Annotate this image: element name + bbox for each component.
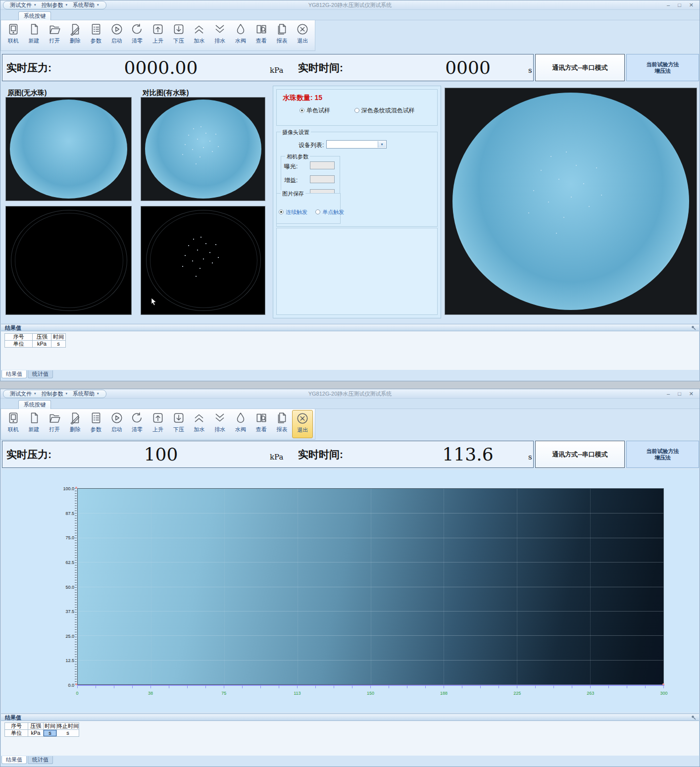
menu-控制参数[interactable]: 控制参数 [39,390,66,398]
droplet-dot [209,252,210,253]
close-icon[interactable]: ✕ [689,1,694,9]
mouse-cursor-icon [151,298,157,306]
toolbar-button-新建[interactable]: 新建 [24,21,45,50]
menu-系统帮助[interactable]: 系统帮助 [70,390,97,398]
toolbar-button-上升[interactable]: 上升 [148,21,168,50]
droplet-dot [203,147,204,148]
toolbar-button-报表[interactable]: 报表 [272,410,293,438]
comm-mode-button[interactable]: 通讯方式--串口模式 [535,441,625,468]
unit-cell-kPa[interactable]: kPa [33,341,51,348]
unit-cell-kPa[interactable]: kPa [28,730,44,737]
x-tick-label: 113 [294,691,300,696]
radio-continuous-trigger[interactable] [279,209,284,214]
chevron-down-icon[interactable]: ▾ [378,141,386,148]
toolbar-button-下压[interactable]: 下压 [168,21,189,50]
toolbar-button-查看[interactable]: 查看 [251,21,272,50]
toolbar-button-水阀[interactable]: 水阀 [230,410,251,438]
method-line1: 当前试验方法 [647,448,679,455]
x-tick-label: 75 [221,691,226,696]
unit-cell-s[interactable]: s [57,730,79,737]
toolbar-button-联机[interactable]: 联机 [3,21,24,50]
toolbar-button-打开[interactable]: 打开 [44,410,65,438]
menu-控制参数[interactable]: 控制参数 [39,1,66,9]
toolbar-button-label: 报表 [276,37,287,45]
maximize-icon[interactable]: □ [678,1,681,9]
toolbar-button-联机[interactable]: 联机 [3,410,24,438]
tab-统计值[interactable]: 统计值 [28,756,53,764]
tab-结果值[interactable]: 结果值 [1,370,27,378]
tab-system-keys[interactable]: 系统按键 [18,11,51,20]
toolbar-button-查看[interactable]: 查看 [251,410,272,438]
save-trigger-radios: 连续触发 单点触发 [279,208,344,216]
main-window-top: 测试文件▾控制参数▾系统帮助▾ YG812G-20静水压测试仪测试系统 – □ … [0,0,700,381]
toolbar-button-新建[interactable]: 新建 [24,410,45,438]
radio-single-trigger[interactable] [315,209,320,214]
device-list-dropdown[interactable]: ▾ [326,140,387,149]
menu-测试文件[interactable]: 测试文件 [7,390,34,398]
toolbar-button-打开[interactable]: 打开 [44,21,65,50]
toolbar-button-报表[interactable]: 报表 [272,21,293,50]
exposure-field[interactable] [310,161,335,169]
table-header-row: 序号压强时间终止时间 [4,722,79,730]
detected-rim-outline-inner [15,213,124,308]
maximize-icon[interactable]: □ [678,390,681,398]
toolbar-button-退出[interactable]: 退出 [292,410,313,438]
radio-dark-stripe[interactable] [354,108,359,113]
menubar: 测试文件▾控制参数▾系统帮助▾ [3,390,106,398]
toolbar-button-加水[interactable]: 加水 [189,21,210,50]
params-icon [90,23,102,36]
tab-统计值[interactable]: 统计值 [28,370,53,378]
toolbar-button-启动[interactable]: 启动 [106,21,127,50]
unit-cell-单位[interactable]: 单位 [4,341,33,348]
toolbar-button-排水[interactable]: 排水 [209,21,230,50]
pin-icon[interactable] [691,325,696,330]
image-save-legend: 图片保存 [281,190,305,198]
test-method-box[interactable]: 当前试验方法 增压法 [626,54,699,81]
toolbar-button-上升[interactable]: 上升 [148,410,168,438]
close-icon[interactable]: ✕ [689,390,694,398]
drain-icon [213,23,226,36]
toolbar-button-label: 打开 [49,426,60,433]
toolbar-button-水阀[interactable]: 水阀 [230,21,251,50]
toolbar-button-加水[interactable]: 加水 [189,410,210,438]
y-tick-label: 75.0 [51,535,74,540]
unit-cell-s[interactable]: s [51,341,66,348]
toolbar-button-下压[interactable]: 下压 [168,410,189,438]
toolbar-button-退出[interactable]: 退出 [292,21,313,50]
test-method-box[interactable]: 当前试验方法 增压法 [626,441,699,468]
gain-field[interactable] [310,175,335,183]
droplet-dot [197,139,198,140]
method-line2: 增压法 [654,68,671,74]
toolbar-button-label: 新建 [29,37,40,45]
toolbar-button-删除[interactable]: 删除 [65,410,86,438]
new-icon [28,23,41,36]
toolbar-button-label: 下压 [173,37,184,45]
zero-icon [131,23,144,36]
pin-icon[interactable] [691,715,696,720]
toolbar-button-参数[interactable]: 参数 [86,21,106,50]
tab-结果值[interactable]: 结果值 [1,756,27,764]
camera-params-legend: 相机参数 [285,153,310,160]
comm-mode-button[interactable]: 通讯方式--串口模式 [535,54,625,81]
status-row: 实时压力: 100 kPa 实时时间: 113.6 s [2,441,534,468]
toolbar-button-删除[interactable]: 删除 [65,21,86,50]
radio-single-color[interactable] [300,108,304,113]
toolbar-button-参数[interactable]: 参数 [86,410,106,438]
menu-测试文件[interactable]: 测试文件 [7,1,34,9]
results-tabs: 结果值统计值 [1,756,53,764]
toolbar-button-排水[interactable]: 排水 [209,410,230,438]
tab-system-keys[interactable]: 系统按键 [18,400,51,409]
toolbar-button-清零[interactable]: 清零 [127,21,148,50]
toolbar-button-启动[interactable]: 启动 [106,410,127,438]
view-icon [255,23,268,36]
unit-cell-s[interactable]: s [44,730,57,737]
zero-icon [131,411,144,424]
minimize-icon[interactable]: – [667,1,670,9]
toolbar-button-清零[interactable]: 清零 [127,410,148,438]
menu-系统帮助[interactable]: 系统帮助 [70,1,97,9]
unit-cell-单位[interactable]: 单位 [4,730,28,737]
y-tick-label: 50.0 [51,585,74,590]
droplet-dot [571,197,572,198]
minimize-icon[interactable]: – [667,390,670,398]
camera-settings-legend: 摄像头设置 [281,129,311,136]
